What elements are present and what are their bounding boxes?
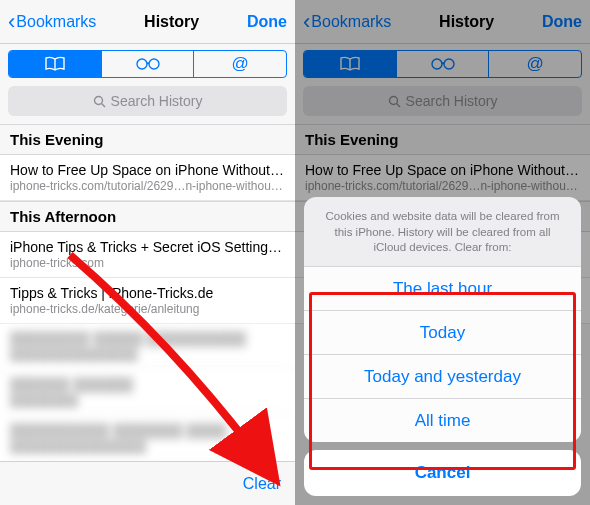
clear-button[interactable]: Clear <box>243 475 281 493</box>
search-placeholder: Search History <box>406 93 498 109</box>
row-url: iphone-tricks.com/tutorial/2629…n-iphone… <box>305 179 580 193</box>
done-button[interactable]: Done <box>247 13 287 31</box>
back-label: Bookmarks <box>311 13 391 31</box>
section-header: This Afternoon <box>0 201 295 232</box>
svg-point-3 <box>94 96 102 104</box>
navbar: ‹ Bookmarks History Done <box>295 0 590 44</box>
book-icon <box>339 56 361 72</box>
segment-shared-links[interactable]: @ <box>194 51 286 77</box>
segment-bookmarks[interactable] <box>304 51 397 77</box>
svg-line-4 <box>101 103 105 107</box>
chevron-left-icon: ‹ <box>303 11 310 33</box>
search-wrap: Search History <box>0 86 295 124</box>
clear-all-time-option[interactable]: All time <box>304 398 581 442</box>
done-button[interactable]: Done <box>542 13 582 31</box>
section-header: This Evening <box>295 124 590 155</box>
history-row-redacted: ██████ ██████████████ <box>0 370 295 416</box>
nav-title: History <box>144 13 199 31</box>
back-button[interactable]: ‹ Bookmarks <box>303 11 391 33</box>
clear-last-hour-option[interactable]: The last hour <box>304 266 581 310</box>
segment-reading-list[interactable] <box>397 51 490 77</box>
row-url: iphone-tricks.de/kategorie/anleitung <box>10 302 285 316</box>
row-url: iphone-tricks.com/tutorial/2629…n-iphone… <box>10 179 285 193</box>
segment-reading-list[interactable] <box>102 51 195 77</box>
history-screen-right: ‹ Bookmarks History Done @ <box>295 0 590 505</box>
history-row-redacted: ██████████ ███████ ████████████████████ <box>0 416 295 462</box>
segmented-control-bar: @ <box>0 44 295 86</box>
svg-point-6 <box>432 59 442 69</box>
search-placeholder: Search History <box>111 93 203 109</box>
nav-title: History <box>439 13 494 31</box>
clear-today-option[interactable]: Today <box>304 310 581 354</box>
row-title: How to Free Up Space on iPhone Without D… <box>305 162 580 178</box>
row-title: Tipps & Tricks | iPhone-Tricks.de <box>10 285 285 301</box>
row-title: iPhone Tips & Tricks + Secret iOS Settin… <box>10 239 285 255</box>
segment-bookmarks[interactable] <box>9 51 102 77</box>
history-screen-left: ‹ Bookmarks History Done @ <box>0 0 295 505</box>
segment-shared-links[interactable]: @ <box>489 51 581 77</box>
search-icon <box>388 95 401 108</box>
history-row[interactable]: How to Free Up Space on iPhone Without D… <box>0 155 295 201</box>
at-icon: @ <box>232 54 249 74</box>
toolbar: Clear <box>0 461 295 505</box>
segmented-control[interactable]: @ <box>8 50 287 78</box>
history-row[interactable]: How to Free Up Space on iPhone Without D… <box>295 155 590 201</box>
svg-point-1 <box>137 59 147 69</box>
svg-point-7 <box>444 59 454 69</box>
back-button[interactable]: ‹ Bookmarks <box>8 11 96 33</box>
clear-history-action-sheet: Cookies and website data will be cleared… <box>304 197 581 496</box>
glasses-icon <box>430 57 456 71</box>
chevron-left-icon: ‹ <box>8 11 15 33</box>
segmented-control[interactable]: @ <box>303 50 582 78</box>
svg-point-8 <box>389 96 397 104</box>
navbar: ‹ Bookmarks History Done <box>0 0 295 44</box>
book-icon <box>44 56 66 72</box>
history-row-redacted: ████████ █████ █████████████████████████ <box>0 324 295 370</box>
action-sheet-cancel[interactable]: Cancel <box>304 450 581 496</box>
at-icon: @ <box>527 54 544 74</box>
history-list: This Evening How to Free Up Space on iPh… <box>0 124 295 505</box>
search-icon <box>93 95 106 108</box>
row-url: iphone-tricks.com <box>10 256 285 270</box>
action-sheet-group: Cookies and website data will be cleared… <box>304 197 581 442</box>
clear-today-yesterday-option[interactable]: Today and yesterday <box>304 354 581 398</box>
action-sheet-message: Cookies and website data will be cleared… <box>304 197 581 266</box>
segmented-control-bar: @ <box>295 44 590 86</box>
search-input[interactable]: Search History <box>303 86 582 116</box>
search-input[interactable]: Search History <box>8 86 287 116</box>
glasses-icon <box>135 57 161 71</box>
row-title: How to Free Up Space on iPhone Without D… <box>10 162 285 178</box>
svg-line-9 <box>396 103 400 107</box>
back-label: Bookmarks <box>16 13 96 31</box>
history-row[interactable]: iPhone Tips & Tricks + Secret iOS Settin… <box>0 232 295 278</box>
history-row[interactable]: Tipps & Tricks | iPhone-Tricks.de iphone… <box>0 278 295 324</box>
search-wrap: Search History <box>295 86 590 124</box>
svg-point-2 <box>149 59 159 69</box>
section-header: This Evening <box>0 124 295 155</box>
